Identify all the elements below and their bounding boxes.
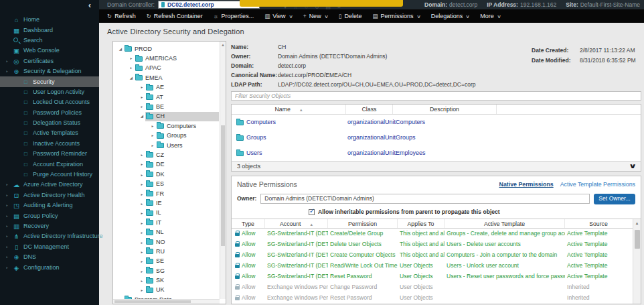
tree-expand-arrow-icon[interactable]: ▸: [129, 66, 134, 70]
permission-row[interactable]: Allow SG-Switzerland-IT (DETI Create Com…: [232, 250, 633, 261]
tree-expand-arrow-icon[interactable]: ▸: [139, 269, 145, 273]
sidebar-item-active-directory-infrastructure[interactable]: ▸ ⋔ Active Directory Infrastructure: [0, 231, 99, 241]
tree-node[interactable]: ▸ SG: [113, 266, 219, 276]
tree-expand-arrow-icon[interactable]: ▸: [129, 57, 134, 61]
sidebar-item-group-policy[interactable]: ▸ ▤ Group Policy: [0, 210, 99, 221]
sidebar-item-recovery[interactable]: ▸ ▥ Recovery: [0, 221, 99, 231]
sidebar-item-configuration[interactable]: ▸ ◈ Configuration: [0, 262, 99, 272]
column-header-active-template[interactable]: Active Template: [445, 219, 565, 228]
tree-node[interactable]: ▸ AT: [113, 93, 219, 102]
tree-expand-arrow-icon[interactable]: ▸: [139, 95, 145, 99]
tree-node[interactable]: ▸ NL: [113, 227, 219, 237]
column-header-class[interactable]: Class: [346, 105, 393, 114]
tree-node[interactable]: ▸ DK: [113, 170, 219, 179]
sidebar-item-account-expiration[interactable]: □ Account Expiration: [0, 159, 99, 169]
tree-node[interactable]: ▸ AE: [113, 83, 219, 93]
tree-expand-arrow-icon[interactable]: ▸: [139, 86, 145, 90]
sidebar-item-dc-management[interactable]: ▸ ▯ DC Management: [0, 242, 99, 252]
tree-expand-arrow-icon[interactable]: ◢: [139, 115, 145, 119]
tree-node[interactable]: ▸ SK: [113, 276, 219, 285]
tree-node[interactable]: ▸ NO: [113, 237, 219, 247]
sidebar-item-purge-account-history[interactable]: □ Purge Account History: [0, 170, 99, 180]
tree-node[interactable]: ▸ DE: [113, 160, 219, 170]
scrollbar-thumb[interactable]: [114, 300, 191, 303]
tree-expand-arrow-icon[interactable]: ▸: [150, 125, 155, 129]
sidebar-item-search[interactable]: Search: [0, 36, 99, 46]
sidebar-collapse-icon[interactable]: ‹: [88, 1, 91, 9]
tree-expand-arrow-icon[interactable]: ▸: [150, 143, 155, 147]
tree-node[interactable]: ▸ ES: [113, 179, 219, 188]
refresh-container-button[interactable]: ↻ Refresh Container: [147, 13, 203, 19]
column-header-source[interactable]: Source: [565, 219, 632, 228]
tree-node[interactable]: ◢ EMEA: [113, 73, 219, 82]
sidebar-item-certificates[interactable]: ▸ ◎ Certificates: [0, 56, 99, 66]
sidebar-item-user-logon-activity[interactable]: □ User Logon Activity: [0, 87, 99, 97]
column-header-applies-to[interactable]: Applies To: [398, 219, 445, 228]
refresh-button[interactable]: ↻ Refresh: [107, 13, 136, 19]
sidebar-item-password-policies[interactable]: □ Password Policies: [0, 108, 99, 118]
tree-expand-arrow-icon[interactable]: ▸: [150, 134, 155, 138]
scrollbar-thumb[interactable]: [635, 230, 640, 249]
tree-expand-arrow-icon[interactable]: ▸: [139, 279, 145, 283]
tree-horizontal-scrollbar[interactable]: [113, 299, 220, 304]
tree-expand-arrow-icon[interactable]: ◢: [129, 76, 134, 80]
collapse-section-icon[interactable]: ∨: [629, 163, 637, 170]
sidebar-item-dashboard[interactable]: ▦ Dashboard: [0, 25, 99, 35]
tree-expand-arrow-icon[interactable]: ▸: [139, 250, 145, 254]
permission-row[interactable]: Allow SG-Switzerland-IT (DETI Reset Pass…: [232, 271, 633, 282]
sidebar-item-security-delegation[interactable]: ▸ ⊛ Security & Delegation: [0, 66, 99, 76]
object-row[interactable]: Groups organizationalUnit Groups: [232, 130, 641, 145]
tree-node[interactable]: ▸ IL: [113, 208, 219, 218]
permission-row[interactable]: Allow Exchange Windows Perm Reset Passwo…: [232, 293, 633, 304]
tree-node[interactable]: ▸ Computers: [113, 121, 219, 131]
tree-expand-arrow-icon[interactable]: ◢: [118, 47, 123, 51]
tree-node[interactable]: ▸ AMERICAS: [113, 54, 219, 63]
permissions-menu[interactable]: ▤ Permissions ∨: [372, 13, 420, 19]
tree-expand-arrow-icon[interactable]: ▸: [139, 172, 145, 176]
permission-row[interactable]: Allow Exchange Windows Perm Change Passw…: [232, 282, 633, 293]
tree-node[interactable]: ▸ Groups: [113, 131, 219, 141]
scroll-up-icon[interactable]: ▴: [636, 219, 639, 227]
tree-expand-arrow-icon[interactable]: ▸: [139, 288, 145, 292]
tree-node[interactable]: ◢ CH: [113, 112, 219, 121]
sidebar-item-web-console[interactable]: ▣ Web Console: [0, 46, 99, 56]
object-row[interactable]: Computers organizationalUnit Computers: [232, 115, 641, 130]
tree-expand-arrow-icon[interactable]: ▸: [139, 221, 145, 225]
tree-node[interactable]: ▸ BE: [113, 102, 219, 111]
sidebar-item-password-reminder[interactable]: □ Password Reminder: [0, 149, 99, 159]
permissions-view-link[interactable]: Active Template Permissions: [560, 182, 635, 188]
tree-node[interactable]: ▸ FR: [113, 189, 219, 198]
more-menu[interactable]: More ∨: [480, 13, 501, 19]
properties-button[interactable]: ☼ Properties...: [214, 13, 254, 19]
permission-row[interactable]: Allow SG-Switzerland-IT (DETI Read/Write…: [232, 261, 633, 271]
column-header-name[interactable]: Name▴: [232, 105, 346, 114]
permissions-vertical-scrollbar[interactable]: ▴: [633, 219, 641, 304]
sidebar-item-azure-active-directory[interactable]: ▸ ☁ Azure Active Directory: [0, 180, 99, 190]
permissions-view-link[interactable]: Native Permissions: [499, 182, 554, 188]
sidebar-item-delegation-status[interactable]: □ Delegation Status: [0, 118, 99, 128]
object-row[interactable]: Users organizationalUnit Employees: [232, 145, 641, 161]
tree-node[interactable]: ▸ UK: [113, 286, 219, 295]
column-header-account[interactable]: Account▴: [265, 219, 328, 228]
tree-vertical-scrollbar[interactable]: ▴: [220, 42, 226, 299]
tree-node[interactable]: ▸ Users: [113, 141, 219, 150]
tree-expand-arrow-icon[interactable]: ▸: [139, 211, 145, 215]
view-menu[interactable]: ▥ View ∨: [264, 13, 293, 19]
sidebar-item-security[interactable]: □ Security: [0, 76, 99, 86]
new-menu[interactable]: + New ∨: [303, 13, 328, 19]
sidebar-item-home[interactable]: ⌂ Home: [0, 15, 99, 25]
permission-row[interactable]: Allow SG-Switzerland-IT (DETI Delete Use…: [232, 239, 633, 250]
column-header-description[interactable]: Description: [393, 105, 497, 114]
sidebar-item-inactive-accounts[interactable]: □ Inactive Accounts: [0, 139, 99, 149]
sidebar-item-active-templates[interactable]: □ Active Templates: [0, 128, 99, 138]
tree-node[interactable]: ▸ SE: [113, 257, 219, 266]
scrollbar-thumb[interactable]: [221, 125, 225, 246]
tree-node[interactable]: ▸ IT: [113, 218, 219, 227]
tree-node[interactable]: ▸ RU: [113, 247, 219, 256]
sidebar-item-auditing-alerting[interactable]: ▸ ◳ Auditing & Alerting: [0, 200, 99, 210]
tree-node[interactable]: ▸ APAC: [113, 64, 219, 73]
inherit-permissions-checkbox[interactable]: ✓: [309, 209, 315, 215]
owner-input[interactable]: Domain Admins (DETECT\Domain Admins): [260, 194, 590, 204]
scroll-up-icon[interactable]: ▴: [220, 42, 226, 48]
object-name-link[interactable]: Computers: [246, 119, 276, 125]
